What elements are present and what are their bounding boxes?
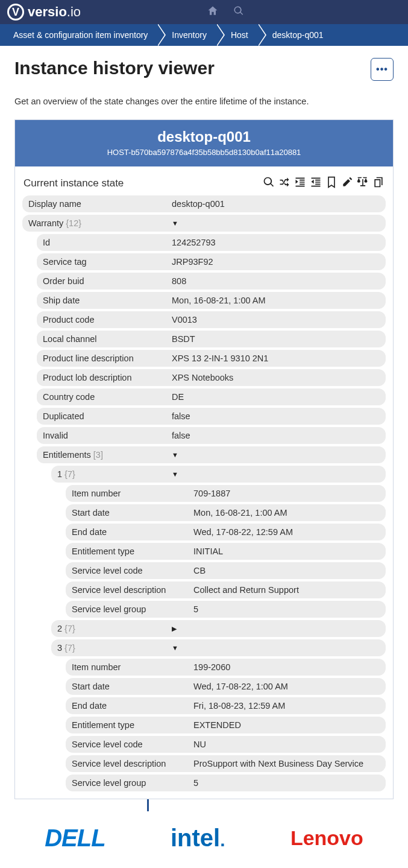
instance-id: HOST-b570ba597876a4f35b58bb5d8130b0af11a… — [21, 148, 387, 157]
chevron-down-icon: ▼ — [172, 644, 178, 651]
chevron-down-icon: ▼ — [172, 220, 178, 227]
entitlements-row[interactable]: Entitlements[3] ▼ — [37, 446, 386, 463]
e3-start-date-row: Start dateWed, 17-08-22, 1:00 AM — [66, 678, 386, 695]
warranty-row[interactable]: Warranty{12} ▼ — [22, 215, 386, 232]
indent-decrease-icon[interactable] — [310, 176, 322, 191]
crumb-root[interactable]: Asset & configuration item inventory — [0, 24, 158, 46]
duplicated-row: Duplicated false — [37, 408, 386, 425]
bookmark-icon[interactable] — [325, 176, 337, 191]
e3-service-level-group-row: Service level group5 — [66, 775, 386, 791]
e1-service-level-desc-row: Service level descriptionCollect and Ret… — [66, 581, 386, 598]
e1-end-date-row: End dateWed, 17-08-22, 12:59 AM — [66, 524, 386, 540]
e1-service-level-code-row: Service level codeCB — [66, 562, 386, 579]
e3-entitlement-type-row: Entitlement typeEXTENDED — [66, 717, 386, 733]
indent-increase-icon[interactable] — [294, 176, 306, 191]
local-channel-row: Local channel BSDT — [37, 331, 386, 347]
country-code-row: Country code DE — [37, 388, 386, 405]
more-actions-button[interactable]: ••• — [371, 58, 394, 81]
dell-logo: DELL — [45, 825, 105, 852]
timeline-marker[interactable] — [14, 799, 394, 806]
breadcrumb: Asset & configuration item inventory Inv… — [0, 24, 408, 46]
chevron-right-icon: ▶ — [172, 625, 177, 633]
state-title: Current instance state — [24, 177, 124, 189]
product-line-desc-row: Product line description XPS 13 2-IN-1 9… — [37, 350, 386, 367]
brand-text: versio.io — [28, 4, 81, 20]
e1-entitlement-type-row: Entitlement typeINITIAL — [66, 543, 386, 560]
brand-logo[interactable]: V versio.io — [7, 4, 81, 21]
order-buid-row: Order buid 808 — [37, 273, 386, 290]
crumb-instance[interactable]: desktop-q001 — [259, 24, 334, 46]
footer-logos: DELL intel. Lenovo — [0, 806, 408, 864]
entitlement-2-row[interactable]: 2{7} ▶ — [51, 620, 386, 637]
shuffle-icon[interactable] — [278, 176, 290, 191]
chevron-down-icon: ▼ — [172, 451, 178, 458]
e3-service-level-desc-row: Service level descriptionProSupport with… — [66, 755, 386, 772]
lenovo-logo: Lenovo — [290, 826, 363, 850]
e3-end-date-row: End dateFri, 18-08-23, 12:59 AM — [66, 697, 386, 714]
product-code-row: Product code V0013 — [37, 311, 386, 328]
ellipsis-icon: ••• — [376, 64, 388, 75]
instance-title: desktop-q001 — [21, 128, 387, 145]
edit-icon[interactable] — [341, 176, 353, 191]
entitlement-1-row[interactable]: 1{7} ▼ — [51, 466, 386, 483]
display-name-value: desktop-q001 — [172, 199, 225, 209]
search-state-icon[interactable] — [263, 176, 275, 191]
warranty-id-row: Id 124252793 — [37, 234, 386, 251]
card-header: desktop-q001 HOST-b570ba597876a4f35b58bb… — [15, 120, 393, 166]
ship-date-row: Ship date Mon, 16-08-21, 1:00 AM — [37, 292, 386, 309]
chevron-down-icon: ▼ — [172, 470, 178, 478]
logo-icon: V — [7, 4, 24, 21]
brand-main: versio — [28, 4, 67, 19]
topbar: V versio.io — [0, 0, 408, 24]
instance-card: desktop-q001 HOST-b570ba597876a4f35b58bb… — [14, 119, 394, 799]
balance-icon[interactable] — [357, 176, 369, 191]
e3-service-level-code-row: Service level codeNU — [66, 736, 386, 753]
display-name-row: Display name desktop-q001 — [22, 195, 386, 212]
intel-logo: intel. — [171, 825, 225, 852]
e3-item-number-row: Item number199-2060 — [66, 659, 386, 676]
page-title: Instance history viewer — [14, 58, 215, 78]
e1-start-date-row: Start dateMon, 16-08-21, 1:00 AM — [66, 504, 386, 521]
search-icon[interactable] — [233, 5, 244, 19]
copy-icon[interactable] — [372, 176, 384, 191]
crumb-inventory[interactable]: Inventory — [158, 24, 218, 46]
e1-service-level-group-row: Service level group5 — [66, 601, 386, 618]
e1-item-number-row: Item number709-1887 — [66, 485, 386, 502]
invalid-row: Invalid false — [37, 427, 386, 444]
service-tag-row: Service tag JRP93F92 — [37, 253, 386, 270]
action-toolbar — [263, 176, 384, 191]
page-subtitle: Get an overview of the state changes ove… — [14, 97, 394, 106]
brand-suffix: .io — [67, 4, 81, 19]
home-icon[interactable] — [207, 5, 219, 19]
property-tree: Display name desktop-q001 Warranty{12} ▼… — [22, 195, 386, 799]
product-lob-desc-row: Product lob description XPS Notebooks — [37, 369, 386, 386]
entitlement-3-row[interactable]: 3{7} ▼ — [51, 639, 386, 656]
